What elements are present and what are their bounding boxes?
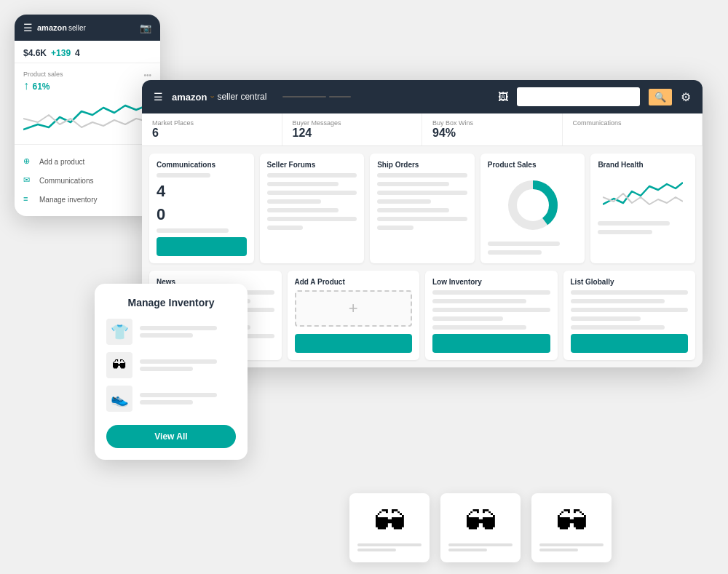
dstat-buyer-messages: Buyer Messages 124 [282, 113, 423, 146]
widget-seller-forums: Seller Forums [260, 154, 365, 263]
desktop-nav-lines [282, 96, 482, 97]
mobile-nav-communications[interactable]: ✉ Communications [23, 171, 151, 190]
dstat-buyer-messages-value: 124 [293, 127, 412, 140]
mobile-nav: ⊕ Add a product ✉ Communications ≡ Manag… [15, 144, 160, 216]
placeholder [267, 217, 357, 221]
placeholder [377, 191, 467, 195]
desktop-seller-central-text: seller central [217, 92, 266, 102]
placeholder [267, 208, 339, 212]
desktop-hamburger-icon[interactable]: ☰ [154, 91, 163, 103]
mobile-nav-label-comm: Communications [39, 177, 93, 185]
product-thumb-1[interactable]: 🕶 [349, 493, 430, 562]
product-thumb-1-icon: 🕶 [373, 504, 405, 541]
dots-menu[interactable]: ••• [143, 71, 151, 79]
list-globally-widget-btn[interactable] [571, 334, 689, 353]
placeholder [432, 299, 526, 303]
glasses-icon: 🕶 [106, 352, 132, 378]
widget-low-inventory: Low Inventory [425, 271, 558, 360]
product-thumb-2-icon: 🕶 [464, 504, 496, 541]
search-button[interactable]: 🔍 [649, 89, 672, 105]
inventory-card: Manage Inventory 👕 🕶 👟 View All [95, 284, 248, 460]
placeholder [432, 290, 550, 295]
mobile-stats-bar: $4.6K +139 4 [15, 41, 160, 63]
dstat-buybox-value: 94% [432, 127, 552, 140]
mobile-nav-label-add: Add a product [39, 158, 84, 166]
list-icon: ≡ [23, 194, 33, 204]
low-inventory-widget-btn[interactable] [432, 334, 550, 353]
mobile-header: ☰ amazon seller 📷 [15, 15, 160, 41]
placeholder [267, 199, 321, 204]
amazon-logo-desktop: amazon ⌣ seller central [172, 92, 266, 103]
desktop-search-input[interactable] [517, 87, 640, 106]
widget-list-globally-title: List Globally [571, 278, 689, 286]
placeholder [357, 543, 422, 546]
mobile-stat-count: 4 [75, 48, 80, 58]
hamburger-icon[interactable]: ☰ [23, 22, 33, 33]
inventory-item-shirt: 👕 [106, 319, 236, 345]
placeholder [488, 250, 542, 255]
widget-add-product: Add A Product + [288, 271, 420, 360]
up-arrow-icon: ↑ [23, 79, 29, 92]
placeholder [432, 325, 526, 330]
view-all-button[interactable]: View All [106, 425, 236, 448]
placeholder [140, 359, 217, 364]
widget-communications: Communications 4 0 [149, 154, 254, 263]
widget-add-product-title: Add A Product [295, 278, 413, 286]
placeholder [377, 173, 467, 178]
dstat-buyer-messages-label: Buyer Messages [293, 119, 412, 127]
desktop-widgets-row1: Communications 4 0 Seller Forums Ship Or… [142, 146, 703, 271]
dstat-marketplaces-value: 6 [152, 127, 272, 140]
widget-communications-title: Communications [157, 161, 247, 169]
dstat-marketplaces: Market Places 6 [142, 113, 282, 146]
mobile-nav-inventory[interactable]: ≡ Manage inventory [23, 190, 151, 209]
widget-list-globally: List Globally [563, 271, 696, 360]
placeholder [448, 549, 487, 551]
widget-low-inventory-title: Low Inventory [432, 278, 550, 286]
dstat-communications: Communications [563, 113, 703, 146]
widget-ship-orders-title: Ship Orders [377, 161, 467, 169]
widget-product-sales-title: Product Sales [488, 161, 578, 169]
add-product-widget-btn[interactable] [295, 334, 413, 353]
placeholder [140, 400, 193, 404]
shirt-icon: 👕 [106, 319, 132, 345]
nav-line-1 [282, 96, 326, 97]
desktop-header: ☰ amazon ⌣ seller central 🖼 🔍 ⚙ [142, 80, 703, 113]
placeholder [571, 299, 665, 303]
placeholder [571, 316, 641, 321]
placeholder [448, 543, 513, 546]
smile-icon: ⌣ [210, 93, 214, 100]
placeholder [267, 173, 357, 178]
placeholder [598, 221, 670, 226]
mobile-chart [23, 97, 151, 137]
product-thumb-2[interactable]: 🕶 [440, 493, 521, 562]
widget-ship-orders: Ship Orders [370, 154, 475, 263]
mobile-stat-sales: $4.6K [23, 48, 47, 58]
settings-button[interactable]: ⚙ [681, 90, 691, 104]
mobile-seller-text: seller [68, 24, 86, 32]
placeholder [140, 333, 193, 338]
shoe-info-lines [140, 393, 236, 404]
product-thumb-2-lines [448, 543, 513, 551]
communications-widget-btn[interactable] [157, 237, 247, 256]
placeholder [377, 217, 467, 221]
dstat-marketplaces-label: Market Places [152, 119, 272, 127]
mobile-nav-add-product[interactable]: ⊕ Add a product [23, 152, 151, 171]
camera-icon[interactable]: 📷 [140, 23, 151, 33]
widget-brand-health: Brand Health [590, 154, 695, 263]
product-thumb-3-icon: 🕶 [555, 504, 587, 541]
mobile-header-left: ☰ amazon seller [23, 22, 86, 33]
placeholder [432, 316, 503, 321]
plus-icon: ⊕ [23, 156, 33, 167]
mobile-stat-change: +139 [51, 48, 71, 58]
placeholder [140, 367, 193, 371]
placeholder [357, 549, 396, 551]
add-product-plus-btn[interactable]: + [295, 290, 413, 327]
product-thumb-1-lines [357, 543, 422, 551]
mail-icon: ✉ [23, 175, 33, 186]
user-icon-btn[interactable]: 🖼 [498, 91, 508, 103]
product-thumb-3[interactable]: 🕶 [531, 493, 612, 562]
placeholder [267, 226, 303, 230]
comm-num2: 0 [157, 205, 247, 224]
placeholder [377, 226, 413, 230]
dstat-buybox-label: Buy Box Wins [432, 119, 552, 127]
